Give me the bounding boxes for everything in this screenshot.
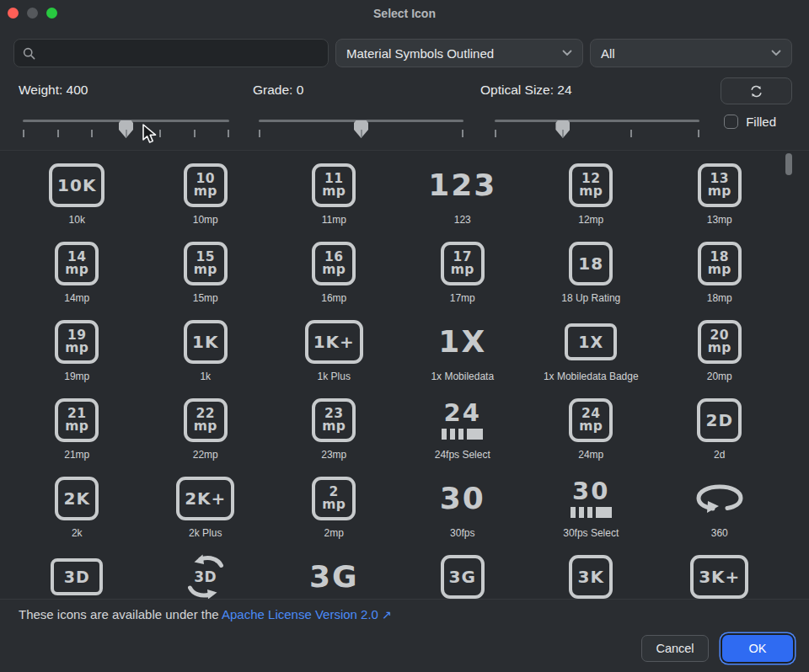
icon-label: 24fps Select	[435, 449, 490, 461]
icon-label: 123	[454, 214, 471, 226]
icon-glyph: 22mp	[184, 397, 228, 444]
icon-grid-item[interactable]: 24 24fps Select	[399, 386, 528, 464]
icon-grid-item[interactable]: 360	[656, 464, 785, 542]
icon-label: 30fps	[450, 527, 474, 539]
weight-slider-ticks	[23, 130, 229, 137]
minimize-window-button[interactable]	[27, 8, 38, 19]
reset-axes-button[interactable]	[721, 77, 792, 104]
icon-glyph: 1X	[438, 318, 486, 365]
icon-glyph: 18mp	[698, 240, 742, 287]
external-link-icon: ↗	[382, 608, 392, 621]
icon-grid-item[interactable]: 1K+ 1k Plus	[270, 307, 399, 386]
icon-grid-item[interactable]: 3G	[399, 542, 528, 600]
icon-grid-item[interactable]: 3K+	[656, 542, 785, 600]
slider-tick	[562, 130, 564, 137]
icon-glyph: 3K+	[690, 553, 748, 600]
icon-style-dropdown-value: Material Symbols Outlined	[346, 46, 494, 61]
license-text: These icons are available under the	[19, 607, 222, 621]
icon-glyph: 23mp	[312, 397, 356, 444]
icon-glyph: 10mp	[184, 162, 228, 209]
icon-grid-item[interactable]: 14mp 14mp	[13, 229, 142, 307]
slider-tick	[23, 130, 24, 137]
icon-grid-item[interactable]: 30 30fps Select	[527, 464, 656, 542]
icon-grid-item[interactable]: 17mp 17mp	[399, 229, 528, 307]
icon-glyph: 12mp	[569, 162, 613, 209]
icon-glyph: 24	[442, 397, 483, 444]
icon-grid-item[interactable]: 1K 1k	[142, 307, 271, 386]
zoom-window-button[interactable]	[46, 8, 57, 19]
icon-glyph: 21mp	[55, 397, 99, 444]
search-input[interactable]	[42, 46, 319, 61]
slider-tick	[194, 130, 196, 137]
icon-glyph: 2K+	[176, 475, 234, 522]
icon-glyph: 3D	[194, 553, 217, 600]
icon-glyph: 17mp	[441, 240, 485, 287]
icon-grid-item[interactable]: 2K 2k	[13, 464, 142, 542]
icon-grid-item[interactable]: 2D 2d	[656, 386, 785, 464]
optical-size-slider[interactable]	[495, 111, 699, 145]
icon-glyph: 30	[571, 475, 612, 522]
icon-glyph: 18	[569, 240, 613, 287]
apache-license-link[interactable]: Apache License Version 2.0	[222, 607, 378, 621]
icon-grid-item[interactable]: 1X 1x Mobiledata Badge	[527, 307, 656, 386]
icon-grid-item[interactable]: 16mp 16mp	[270, 229, 399, 307]
icon-grid-item[interactable]: 1X 1x Mobiledata	[399, 307, 528, 386]
icon-grid-item[interactable]: 3G	[270, 542, 399, 600]
icon-grid-item[interactable]: 18 18 Up Rating	[527, 229, 656, 307]
icon-label: 14mp	[64, 292, 89, 304]
icon-grid-item[interactable]: 12mp 12mp	[527, 151, 656, 229]
icon-label: 2k Plus	[189, 527, 222, 539]
icon-grid-item[interactable]: 20mp 20mp	[656, 307, 785, 386]
icon-grid-item[interactable]: 15mp 15mp	[142, 229, 271, 307]
cancel-button[interactable]: Cancel	[641, 635, 709, 662]
icon-grid-item[interactable]: 123 123	[399, 151, 528, 229]
icon-label: 19mp	[64, 371, 89, 382]
icon-label: 12mp	[578, 214, 603, 226]
icon-grid-item[interactable]: 23mp 23mp	[270, 386, 399, 464]
search-box[interactable]	[13, 39, 329, 67]
filled-control: Filled	[724, 115, 776, 129]
titlebar: Select Icon	[0, 0, 809, 27]
icon-grid-item[interactable]: 10mp 10mp	[142, 151, 271, 229]
icon-label: 16mp	[321, 292, 346, 304]
optical-size-slider-track[interactable]	[495, 120, 699, 122]
vertical-scrollbar-thumb[interactable]	[785, 153, 792, 175]
icon-grid-item[interactable]: 3D	[142, 542, 271, 600]
icon-grid-item[interactable]: 21mp 21mp	[13, 386, 142, 464]
icon-grid-item[interactable]: 10K 10k	[13, 151, 142, 229]
icon-glyph: 123	[428, 162, 496, 209]
icon-label: 17mp	[450, 292, 475, 304]
icon-grid-item[interactable]: 11mp 11mp	[270, 151, 399, 229]
icon-glyph: 3K	[569, 553, 613, 600]
icon-grid-item[interactable]: 2K+ 2k Plus	[142, 464, 271, 542]
filled-checkbox[interactable]	[724, 115, 738, 129]
weight-slider-track[interactable]	[23, 120, 229, 122]
icon-label: 1x Mobiledata	[431, 371, 494, 382]
icon-glyph: 19mp	[55, 318, 99, 365]
icon-grid-item[interactable]: 22mp 22mp	[142, 386, 271, 464]
icon-grid-item[interactable]: 2mp 2mp	[270, 464, 399, 542]
icon-glyph: 3G	[441, 553, 485, 600]
icon-grid-area: 10K 10k 10mp 10mp 11mp 11mp 123 123 12mp…	[0, 150, 809, 600]
icon-label: 13mp	[707, 214, 732, 226]
grade-slider[interactable]	[259, 111, 463, 145]
icon-label: 2d	[714, 449, 725, 461]
close-window-button[interactable]	[8, 8, 19, 19]
icon-glyph	[696, 475, 743, 522]
icon-grid-item[interactable]: 24mp 24mp	[527, 386, 656, 464]
ok-button[interactable]: OK	[722, 635, 793, 662]
icon-grid-item[interactable]: 3D	[13, 542, 142, 600]
category-dropdown[interactable]: All	[590, 39, 792, 67]
icon-grid-item[interactable]: 3K	[527, 542, 656, 600]
icon-glyph: 3G	[309, 553, 359, 600]
icon-grid-item[interactable]: 18mp 18mp	[656, 229, 785, 307]
weight-slider[interactable]	[23, 111, 229, 145]
icon-grid-item[interactable]: 30 30fps	[399, 464, 528, 542]
icon-label: 2mp	[324, 527, 344, 539]
icon-style-dropdown[interactable]: Material Symbols Outlined	[335, 39, 583, 67]
grade-slider-track[interactable]	[259, 120, 463, 122]
icon-grid-item[interactable]: 13mp 13mp	[656, 151, 785, 229]
filled-checkbox-label: Filled	[746, 115, 776, 129]
icon-grid-item[interactable]: 19mp 19mp	[13, 307, 142, 386]
icon-label: 30fps Select	[563, 527, 619, 539]
